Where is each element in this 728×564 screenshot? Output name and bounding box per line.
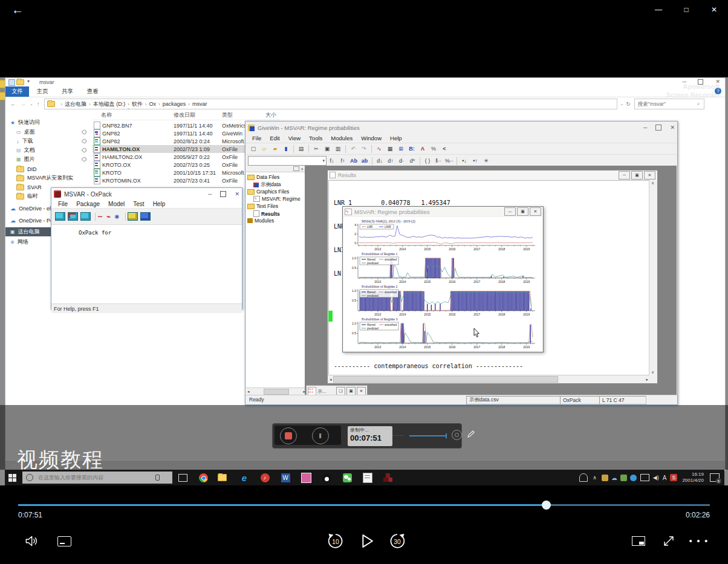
results-titlebar[interactable]: Results ─ ▣ ✕ xyxy=(328,170,657,180)
graph-cross-icon[interactable]: ∗ xyxy=(114,213,120,221)
tree-modules[interactable]: Modules xyxy=(247,218,274,224)
menu-help[interactable]: Help xyxy=(386,134,406,142)
start-button[interactable] xyxy=(6,472,18,484)
closed-captions-button[interactable] xyxy=(52,529,76,553)
taskbar-qq[interactable] xyxy=(320,472,333,484)
column-type[interactable]: 类型 xyxy=(222,111,233,119)
uncomment-icon[interactable]: %·· xyxy=(444,156,455,166)
breadcrumb-msvar[interactable]: msvar xyxy=(192,101,207,107)
progress-icon[interactable] xyxy=(140,212,151,221)
cut-icon[interactable]: ✂ xyxy=(311,144,322,154)
seek-handle[interactable] xyxy=(542,501,551,510)
results-window-icon[interactable]: B: xyxy=(406,144,417,154)
minimized-data-window[interactable]: 10.3 12.4 示... ❏ ▣ ✕ xyxy=(306,385,368,395)
explorer-search[interactable]: ⌕ xyxy=(634,99,704,109)
open-data-icon[interactable]: ▰ xyxy=(270,144,281,154)
goto-find-icon[interactable]: d· xyxy=(396,156,407,166)
bookmark-next-icon[interactable]: •↑ xyxy=(470,156,481,166)
estimate-icon[interactable] xyxy=(68,212,78,221)
sidebar-folder-did[interactable]: DID xyxy=(5,164,91,173)
ox-run-icon[interactable]: < xyxy=(439,144,450,154)
taskbar-chrome[interactable] xyxy=(197,472,209,484)
explorer-search-input[interactable] xyxy=(637,100,697,108)
address-dropdown-icon[interactable]: ⌄ xyxy=(620,102,623,106)
refresh-icon[interactable]: ↻ xyxy=(626,101,631,107)
menu-edit[interactable]: Edit xyxy=(265,134,284,142)
pause-recording-button[interactable]: ‖ xyxy=(312,427,329,444)
menu-tools[interactable]: Tools xyxy=(305,134,327,142)
tab-share[interactable]: 共享 xyxy=(56,86,79,97)
goto-mark-icon[interactable]: d* xyxy=(407,156,418,166)
fullscreen-button[interactable] xyxy=(657,529,681,553)
maximize-button[interactable]: □ xyxy=(672,0,700,19)
chart-close-icon[interactable]: ✕ xyxy=(530,207,541,216)
taskbar-netease-music[interactable]: ♪ xyxy=(259,472,271,484)
breadcrumb-software[interactable]: 软件 xyxy=(132,100,143,108)
taskbar-notes-app[interactable] xyxy=(362,472,374,484)
results-vscrollbar[interactable]: ∧ ∨ xyxy=(649,180,657,375)
tree-graphics-files[interactable]: Graphics Files xyxy=(247,189,289,195)
taskbar-clock[interactable]: 16:19 2001/4/20 xyxy=(682,472,704,484)
folder-qat-icon[interactable] xyxy=(16,79,27,86)
seek-bar[interactable] xyxy=(18,504,710,506)
file-row[interactable]: GNP822002/8/12 0:24Microsoft Off xyxy=(93,137,249,145)
file-row[interactable]: KROTO2001/10/15 17:31Microsoft Off xyxy=(93,169,249,177)
nav-back-icon[interactable]: ← xyxy=(10,101,16,107)
taskbar-wechat[interactable] xyxy=(341,472,353,484)
oxpack-minimize-icon[interactable]: ─ xyxy=(208,191,212,197)
menu-test[interactable]: Test xyxy=(129,200,148,208)
file-row[interactable]: KROTO.OX2002/7/23 0:25OxFile xyxy=(93,161,249,169)
find-down-icon[interactable]: f↓ xyxy=(327,156,337,166)
sidebar-folder-msvar[interactable]: MSVAR从安装到实 xyxy=(5,173,91,183)
calculator-icon[interactable]: ▦ xyxy=(385,144,395,154)
skip-forward-button[interactable]: 30 xyxy=(385,529,409,553)
column-name[interactable]: 名称 xyxy=(101,111,112,119)
goto-top-icon[interactable]: d↑ xyxy=(385,156,396,166)
oxpack-titlebar[interactable]: MSVAR - OxPack ─ ✕ xyxy=(51,188,242,200)
new-icon[interactable]: ▢ xyxy=(248,144,259,154)
menu-file[interactable]: File xyxy=(54,200,72,208)
copy-icon[interactable]: ▣ xyxy=(322,144,333,154)
tab-home[interactable]: 主页 xyxy=(31,86,54,97)
breadcrumb-ox[interactable]: Ox xyxy=(149,101,157,107)
tray-security-icon[interactable] xyxy=(602,475,608,481)
oxpack-maximize-icon[interactable] xyxy=(220,191,226,197)
taskbar-oxmetrics[interactable] xyxy=(382,472,394,484)
quick-access-toolbar-icon[interactable] xyxy=(8,79,15,86)
redo-icon[interactable]: ↷ xyxy=(359,144,369,154)
file-row[interactable]: GNP82.BN71997/11/1 14:40OxMetrics Bn xyxy=(93,122,249,129)
goto-down-icon[interactable]: d↓ xyxy=(374,156,385,166)
column-size[interactable]: 大小 xyxy=(265,111,276,119)
tree-sample-data[interactable]: 示例data xyxy=(253,181,281,189)
column-date[interactable]: 修改日期 xyxy=(174,111,195,119)
volume-icon[interactable]: ◀) xyxy=(653,475,659,481)
bookmark-add-icon[interactable]: •↓ xyxy=(459,156,470,166)
sidebar-pictures[interactable]: ▦图片 xyxy=(5,155,91,164)
tray-app-icon[interactable] xyxy=(620,475,627,481)
menu-file[interactable]: File xyxy=(248,134,265,142)
results-minimize-icon[interactable]: ─ xyxy=(619,171,630,180)
settings-icon[interactable] xyxy=(80,212,91,221)
breadcrumb[interactable]: › 这台电脑› 本地磁盘 (D:)› 软件› Ox› packages› msv… xyxy=(44,99,617,109)
tree-float-icon[interactable] xyxy=(293,166,299,171)
sidebar-downloads[interactable]: ↓下载 xyxy=(5,137,91,146)
open-icon[interactable]: ▱ xyxy=(259,144,270,154)
breadcrumb-packages[interactable]: packages xyxy=(163,101,186,107)
video-frame[interactable]: ▾ msvar ─ ✕ 文件 主页 共享 查看 ? ← → ⌄ ↑ xyxy=(0,77,728,485)
task-view-button[interactable] xyxy=(177,472,189,484)
find-case-icon[interactable]: Ab xyxy=(348,156,359,166)
taskbar-search-input[interactable] xyxy=(37,474,154,481)
tree-data-files[interactable]: Data Files xyxy=(247,174,279,180)
file-row[interactable]: GNP821997/11/1 14:40GiveWin xyxy=(93,129,249,137)
menu-help[interactable]: Help xyxy=(149,200,170,208)
givewin-close-icon[interactable]: ✕ xyxy=(670,125,675,131)
menu-package[interactable]: Package xyxy=(72,200,104,208)
stub-restore-icon[interactable]: ❏ xyxy=(336,387,345,395)
results-hscrollbar[interactable]: ◂ ▸ xyxy=(328,375,649,383)
bookmark-clear-icon[interactable]: ✳ xyxy=(481,156,492,166)
play-button[interactable] xyxy=(354,529,379,553)
file-row[interactable]: HAMILTON2.OX2005/9/27 0:22OxFile xyxy=(93,153,249,161)
graphics-icon[interactable]: ∿ xyxy=(374,144,385,154)
tree-results[interactable]: Results xyxy=(253,210,280,217)
menu-modules[interactable]: Modules xyxy=(327,134,357,142)
